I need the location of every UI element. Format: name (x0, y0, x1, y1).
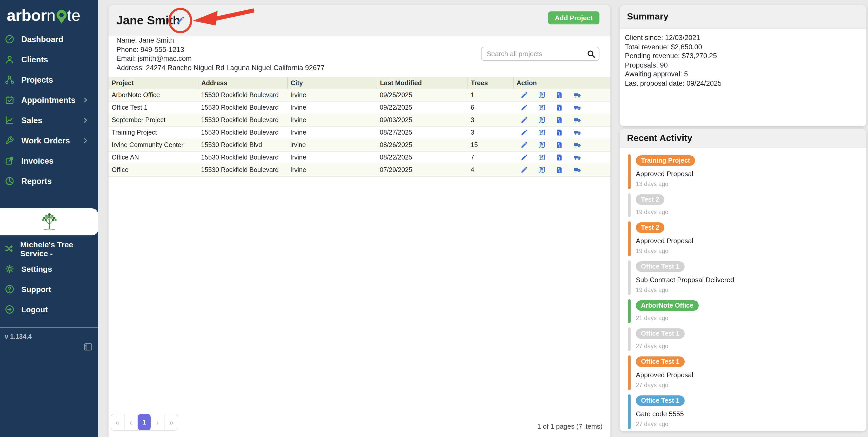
project-badge[interactable]: Test 2 (636, 194, 664, 205)
table-row[interactable]: September Project 15530 Rockfield Boulev… (108, 114, 610, 126)
tree-logo (38, 211, 61, 232)
row-actions: $ (516, 154, 610, 161)
truck-icon[interactable] (574, 141, 581, 149)
project-badge[interactable]: Office Test 1 (636, 356, 685, 367)
invoice-icon[interactable]: $ (556, 154, 563, 161)
edit-icon[interactable] (521, 141, 528, 149)
sidebar-item-logout[interactable]: Logout (0, 299, 98, 320)
map-icon[interactable] (538, 129, 546, 136)
activity-item[interactable]: Test 2 19 days ago (628, 194, 866, 215)
project-badge[interactable]: Training Project (636, 155, 695, 166)
current-page-button[interactable]: 1 (138, 414, 151, 430)
truck-icon[interactable] (574, 104, 581, 111)
project-name-cell[interactable]: Training Project (108, 126, 198, 139)
invoice-icon[interactable]: $ (556, 116, 563, 124)
map-icon[interactable] (538, 154, 546, 161)
truck-icon[interactable] (574, 116, 581, 124)
table-row[interactable]: Training Project 15530 Rockfield Bouleva… (108, 126, 610, 139)
column-header-project[interactable]: Project (108, 77, 198, 89)
sidebar-item-appointments[interactable]: Appointments (0, 90, 98, 110)
city-cell: Irvine (287, 164, 377, 176)
activity-item[interactable]: Test 2 Approved Proposal 19 days ago (628, 223, 866, 254)
project-badge[interactable]: Office Test 1 (636, 328, 685, 339)
column-header-trees[interactable]: Trees (467, 77, 513, 89)
column-header-last-modified[interactable]: Last Modified (377, 77, 467, 89)
sidebar-item-clients[interactable]: Clients (0, 49, 98, 69)
activity-item[interactable]: Office Test 1 Gate code 5555 27 days ago (628, 396, 866, 427)
sidebar-item-settings[interactable]: Settings (0, 259, 98, 279)
activity-item[interactable]: Office Test 1 27 days ago (628, 328, 866, 349)
map-icon[interactable] (538, 104, 546, 111)
arbornote-logo[interactable]: arbornte (7, 5, 81, 27)
svg-text:$: $ (559, 157, 560, 160)
invoice-icon[interactable]: $ (556, 104, 563, 111)
trees-cell: 1 (467, 89, 513, 101)
table-row[interactable]: Office Test 1 15530 Rockfield Boulevard … (108, 101, 610, 114)
first-page-button[interactable]: « (111, 414, 124, 430)
column-header-city[interactable]: City (287, 77, 377, 89)
truck-icon[interactable] (574, 166, 581, 174)
sidebar-item-projects[interactable]: Projects (0, 69, 98, 90)
invoice-icon[interactable]: $ (556, 166, 563, 174)
project-name-cell[interactable]: Office AN (108, 151, 198, 164)
activity-item[interactable]: ArborNote Office 21 days ago (628, 300, 866, 321)
truck-icon[interactable] (574, 129, 581, 136)
sidebar-item-work-orders[interactable]: Work Orders (0, 130, 98, 151)
edit-icon[interactable] (521, 166, 528, 174)
column-header-address[interactable]: Address (198, 77, 287, 89)
client-phone-line: Phone: 949-555-1213 (116, 45, 324, 54)
project-name-cell[interactable]: Office Test 1 (108, 101, 198, 114)
map-icon[interactable] (538, 166, 546, 174)
activity-item[interactable]: Office Test 1 Sub Contract Proposal Deli… (628, 261, 866, 293)
projects-table-body: ArborNote Office 15530 Rockfield Bouleva… (108, 89, 610, 176)
invoice-icon[interactable]: $ (556, 141, 563, 149)
edit-icon[interactable] (521, 104, 528, 111)
sidebar-item-support[interactable]: Support (0, 279, 98, 299)
project-name-cell[interactable]: ArborNote Office (108, 89, 198, 101)
sidebar-collapse-button[interactable] (84, 343, 92, 353)
app-version: v 1.134.4 (5, 333, 32, 340)
next-page-button[interactable]: › (151, 414, 164, 430)
summary-line: Client since: 12/03/2021 (625, 33, 721, 42)
sidebar-item-sales[interactable]: Sales (0, 110, 98, 130)
search-icon[interactable] (587, 50, 595, 58)
summary-line: Total revenue: $2,650.00 (625, 42, 721, 52)
edit-icon[interactable] (521, 91, 528, 99)
project-badge[interactable]: ArborNote Office (636, 300, 699, 311)
project-badge[interactable]: Office Test 1 (636, 396, 685, 406)
truck-icon[interactable] (574, 91, 581, 99)
add-project-button[interactable]: Add Project (548, 11, 599, 24)
project-badge[interactable]: Test 2 (636, 223, 664, 233)
project-name-cell[interactable]: Office (108, 164, 198, 176)
prev-page-button[interactable]: ‹ (124, 414, 138, 430)
table-row[interactable]: ArborNote Office 15530 Rockfield Bouleva… (108, 89, 610, 101)
edit-icon[interactable] (521, 116, 528, 124)
invoice-icon[interactable]: $ (556, 129, 563, 136)
edit-client-button[interactable] (176, 16, 185, 27)
table-row[interactable]: Office 15530 Rockfield Boulevard Irvine … (108, 164, 610, 176)
edit-icon[interactable] (521, 154, 528, 161)
table-row[interactable]: Irvine Community Center 15530 Rockfield … (108, 139, 610, 151)
activity-item[interactable]: Office Test 1 Approved Proposal 27 days … (628, 356, 866, 388)
edit-icon[interactable] (521, 129, 528, 136)
project-badge[interactable]: Office Test 1 (636, 261, 685, 272)
last-page-button[interactable]: » (165, 414, 178, 430)
project-name-cell[interactable]: September Project (108, 114, 198, 126)
sidebar-item-reports[interactable]: Reports (0, 171, 98, 191)
map-icon[interactable] (538, 116, 546, 124)
table-row[interactable]: Office AN 15530 Rockfield Boulevard Irvi… (108, 151, 610, 164)
project-name-cell[interactable]: Irvine Community Center (108, 139, 198, 151)
shuffle-icon (5, 244, 13, 254)
sidebar-item-invoices[interactable]: Invoices (0, 151, 98, 171)
activity-item[interactable]: Training Project Approved Proposal 13 da… (628, 155, 866, 187)
company-logo-card[interactable] (0, 208, 98, 235)
search-input[interactable] (482, 50, 587, 58)
sidebar-item-dashboard[interactable]: Dashboard (0, 29, 98, 49)
invoice-icon[interactable]: $ (556, 91, 563, 99)
truck-icon[interactable] (574, 154, 581, 161)
map-icon[interactable] (538, 91, 546, 99)
summary-line: Proposals: 90 (625, 61, 721, 69)
sidebar-item-company[interactable]: Michele's Tree Service - (0, 238, 98, 259)
map-icon[interactable] (538, 141, 546, 149)
summary-title: Summary (627, 11, 669, 22)
